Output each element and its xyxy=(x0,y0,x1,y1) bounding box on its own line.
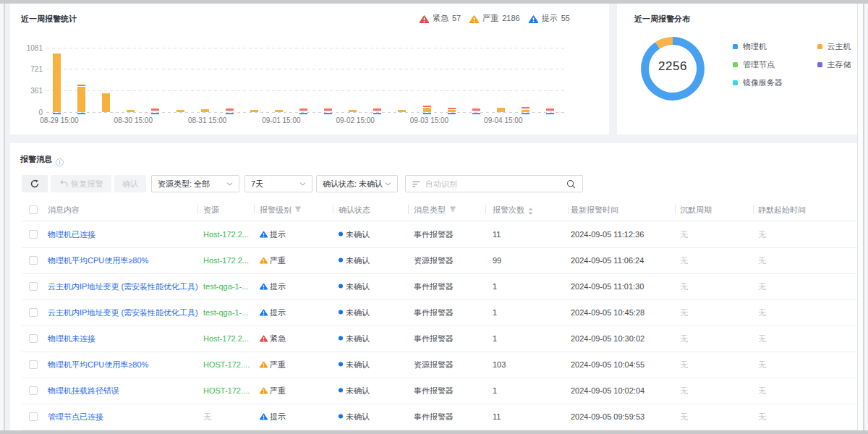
message-link[interactable]: 物理机已连接 xyxy=(48,229,95,239)
bar-segment-critical[interactable] xyxy=(373,109,381,111)
message-link[interactable]: 云主机内IP地址变更 (需安装性能优化工具) xyxy=(48,307,198,318)
bar-segment-critical[interactable] xyxy=(472,109,480,111)
message-link[interactable]: 管理节点已连接 xyxy=(48,411,103,422)
message-link[interactable]: 物理机平均CPU使用率≥80% xyxy=(48,359,148,370)
bar-segment-info[interactable] xyxy=(226,113,234,114)
bar-segment-info[interactable] xyxy=(299,113,307,114)
bar-segment-info[interactable] xyxy=(373,113,381,114)
bar-segment-info[interactable] xyxy=(522,113,529,114)
bar-segment-critical[interactable] xyxy=(324,109,332,111)
bar-segment-severe[interactable] xyxy=(77,87,85,111)
resource-link[interactable]: Host-172.2... xyxy=(203,256,249,265)
warning-triangle-icon xyxy=(260,308,268,316)
bar-segment-severe[interactable] xyxy=(497,108,505,111)
legend-label: 物理机 xyxy=(743,41,767,52)
select-all-checkbox[interactable] xyxy=(29,205,38,214)
bar-segment-severe[interactable] xyxy=(275,110,283,112)
bar-segment-critical[interactable] xyxy=(151,109,159,111)
resource-type-select[interactable]: 资源类型: 全部 xyxy=(151,175,239,192)
bar-segment-severe[interactable] xyxy=(53,54,61,111)
undo-icon xyxy=(59,179,68,188)
refresh-button[interactable] xyxy=(22,175,48,192)
bar-segment-critical[interactable] xyxy=(546,109,554,111)
row-checkbox[interactable] xyxy=(29,334,38,343)
message-link[interactable]: 云主机内IP地址变更 (需安装性能优化工具) xyxy=(48,281,198,292)
bar-segment-severe[interactable] xyxy=(522,110,529,112)
row-checkbox[interactable] xyxy=(29,412,38,421)
bar-segment-severe[interactable] xyxy=(349,110,357,111)
status-label: 未确认 xyxy=(346,229,370,239)
column-header-6[interactable]: 报警次数 xyxy=(493,205,524,215)
ack-status-select[interactable]: 确认状态: 未确认 xyxy=(316,175,398,192)
bar-segment-critical[interactable] xyxy=(423,106,431,108)
bar-segment-severe[interactable] xyxy=(127,110,135,111)
dist-legend-item[interactable]: 云主机 xyxy=(817,41,851,52)
row-divider xyxy=(22,299,857,300)
resource-link[interactable]: test-qga-1-... xyxy=(203,308,248,317)
silence-period: 无 xyxy=(680,281,688,292)
bar-segment-info[interactable] xyxy=(448,113,456,114)
confirm-button[interactable]: 确认 xyxy=(114,175,146,192)
message-link[interactable]: 物理机平均CPU使用率≥80% xyxy=(48,255,148,265)
bar-segment-critical[interactable] xyxy=(226,109,234,111)
ack-status: 未确认 xyxy=(339,281,370,292)
bar-segment-critical[interactable] xyxy=(299,109,307,111)
bar-segment-severe[interactable] xyxy=(201,109,209,112)
dist-legend-item[interactable]: 镜像服务器 xyxy=(733,77,783,88)
bar-segment-severe[interactable] xyxy=(102,93,110,112)
filter-funnel-icon[interactable] xyxy=(294,205,302,213)
bar-segment-severe[interactable] xyxy=(176,110,184,111)
info-icon[interactable] xyxy=(56,156,64,169)
ack-status: 未确认 xyxy=(339,255,370,265)
resource-link[interactable]: Host-172.2... xyxy=(203,334,249,343)
stats-legend-item[interactable]: 紧急57 xyxy=(420,13,461,24)
bar-segment-critical[interactable] xyxy=(448,108,456,110)
row-checkbox[interactable] xyxy=(29,360,38,369)
bar-segment-severe[interactable] xyxy=(448,110,456,111)
status-dot xyxy=(339,284,343,289)
column-header-5[interactable]: 消息类型 xyxy=(414,205,446,215)
search-icon[interactable] xyxy=(566,179,576,189)
stats-legend: 紧急57严重2186提示55 xyxy=(420,13,579,23)
sorter-icon[interactable] xyxy=(528,208,533,215)
dist-legend-item[interactable]: 管理节点 xyxy=(733,59,775,70)
level-badge: 提示 xyxy=(260,281,286,292)
resource-link[interactable]: test-qga-1-... xyxy=(203,282,248,291)
bar-segment-severe[interactable] xyxy=(398,110,406,111)
resource-link[interactable]: Host-172.2... xyxy=(203,230,249,239)
message-type: 事件报警器 xyxy=(414,333,454,344)
resource-link[interactable]: HOST-172.... xyxy=(203,386,250,395)
message-link[interactable]: 物理机未连接 xyxy=(48,333,95,344)
bar-segment-severe[interactable] xyxy=(423,108,431,111)
bar-segment-severe[interactable] xyxy=(250,110,258,112)
restore-alert-button[interactable]: 恢复报警 xyxy=(51,175,111,192)
time-range-select[interactable]: 7天 xyxy=(244,175,312,192)
search-input[interactable]: 自动识别 xyxy=(405,175,583,192)
bar-segment-critical[interactable] xyxy=(77,85,85,87)
bar-segment-info[interactable] xyxy=(472,113,480,114)
message-link[interactable]: 物理机挂载路径错误 xyxy=(48,385,119,396)
x-axis-tick-label: 09-01 15:00 xyxy=(262,116,300,124)
dist-legend-item[interactable]: 主存储 xyxy=(817,59,851,70)
silence-start-time: 无 xyxy=(758,359,766,370)
bar-segment-info[interactable] xyxy=(324,113,332,114)
bar-segment-critical[interactable] xyxy=(522,107,529,109)
resource-link[interactable]: HOST-172.... xyxy=(203,360,250,369)
row-checkbox[interactable] xyxy=(29,256,38,265)
filter-funnel-icon[interactable] xyxy=(449,205,456,213)
row-checkbox[interactable] xyxy=(29,230,38,239)
bar-segment-info[interactable] xyxy=(151,113,159,114)
row-checkbox[interactable] xyxy=(29,386,38,395)
warning-triangle-icon xyxy=(260,282,268,290)
bar-segment-info[interactable] xyxy=(423,113,431,114)
column-header-3[interactable]: 报警级别 xyxy=(260,205,292,215)
dist-legend-item[interactable]: 物理机 xyxy=(733,41,767,52)
stats-legend-item[interactable]: 提示55 xyxy=(529,13,570,24)
bar-segment-info[interactable] xyxy=(77,113,85,114)
row-checkbox[interactable] xyxy=(29,282,38,291)
bar-segment-info[interactable] xyxy=(53,113,61,114)
stats-legend-item[interactable]: 严重2186 xyxy=(469,13,519,24)
bar-segment-info[interactable] xyxy=(546,113,554,114)
level-label: 提示 xyxy=(270,411,286,422)
row-checkbox[interactable] xyxy=(29,308,38,317)
